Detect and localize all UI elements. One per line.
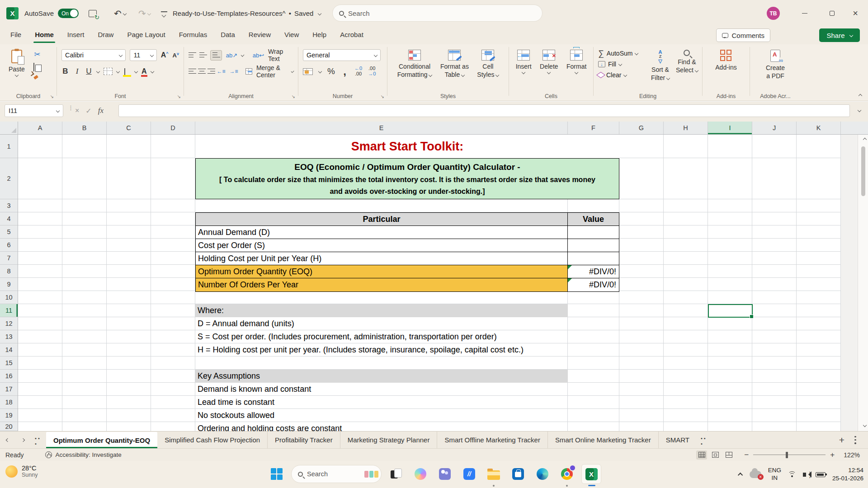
row-header-17[interactable]: 17: [0, 383, 18, 396]
row-header-8[interactable]: 8: [0, 265, 18, 278]
cell-eoq[interactable]: Optimum Order Quantity (EOQ): [196, 265, 568, 278]
merge-dropdown-icon[interactable]: [291, 70, 294, 73]
tab-data[interactable]: Data: [214, 27, 242, 44]
excel-taskbar-button[interactable]: X: [581, 464, 601, 484]
tab-view[interactable]: View: [278, 27, 306, 44]
clipboard-dialog-launcher-icon[interactable]: ↘: [50, 94, 54, 99]
format-cells-button[interactable]: Format: [563, 48, 590, 75]
italic-button[interactable]: I: [73, 67, 81, 76]
decrease-indent-icon[interactable]: ←≡: [217, 68, 225, 75]
increase-indent-icon[interactable]: →≡: [229, 68, 238, 75]
row-header-7[interactable]: 7: [0, 252, 18, 265]
fill-icon[interactable]: ↓: [598, 61, 605, 67]
select-all-corner[interactable]: [0, 122, 18, 135]
delete-cells-button[interactable]: × Delete: [537, 48, 561, 75]
formula-bar-splitter[interactable]: ⋮: [68, 107, 69, 115]
scrollbar-thumb[interactable]: [861, 146, 865, 196]
conditional-formatting-button[interactable]: ConditionalFormatting: [394, 48, 435, 80]
chrome-button[interactable]: [557, 464, 577, 484]
increase-font-icon[interactable]: A^: [161, 51, 169, 59]
copy-icon[interactable]: [33, 63, 41, 71]
undo-dropdown-icon[interactable]: [123, 11, 127, 15]
insert-cells-button[interactable]: ← Insert: [513, 48, 535, 75]
cell-where-line[interactable]: H = Holding cost per unit per year. (Inc…: [195, 343, 602, 357]
column-header-B[interactable]: B: [62, 122, 107, 134]
search-input[interactable]: Search: [332, 5, 542, 22]
language-switcher[interactable]: ENGIN: [768, 467, 781, 482]
number-dialog-launcher-icon[interactable]: ↘: [381, 94, 384, 99]
underline-dropdown-icon[interactable]: [96, 70, 100, 73]
file-explorer-button[interactable]: [484, 464, 504, 484]
redo-dropdown-icon[interactable]: [147, 11, 151, 15]
clear-label[interactable]: Clear: [606, 71, 621, 79]
weather-widget[interactable]: 28°C Sunny: [5, 465, 38, 478]
cell-holding-cost-value[interactable]: [568, 252, 619, 265]
row-header-5[interactable]: 5: [0, 225, 18, 239]
row-header-14[interactable]: 14: [0, 343, 18, 357]
sheet-tab[interactable]: SMART: [659, 432, 697, 448]
autosave-toggle[interactable]: On: [58, 0, 79, 27]
decrease-font-icon[interactable]: Av: [173, 52, 179, 59]
cell-eoq-value[interactable]: #DIV/0!: [568, 265, 619, 278]
column-header-E[interactable]: E: [195, 122, 568, 134]
title-dropdown-icon[interactable]: [318, 11, 321, 15]
edge-button[interactable]: [533, 464, 552, 484]
grid-body[interactable]: Smart Start Toolkit: EOQ (Economic / Opt…: [18, 135, 868, 431]
cell-holding-cost[interactable]: Holding Cost per Unit per Year (H): [196, 252, 568, 265]
start-button[interactable]: [267, 464, 287, 484]
pinned-app-button[interactable]: //: [459, 464, 479, 484]
column-header-K[interactable]: K: [797, 122, 841, 134]
sheet-tab[interactable]: Smart Offline Marketing Tracker: [437, 432, 547, 448]
save-icon[interactable]: [89, 0, 97, 27]
row-header-10[interactable]: 10: [0, 291, 18, 304]
font-name-select[interactable]: Calibri: [61, 49, 126, 61]
table-row[interactable]: Annual Demand (D): [196, 226, 619, 239]
cell-cost-per-order-value[interactable]: [568, 239, 619, 252]
header-value[interactable]: Value: [568, 213, 619, 225]
confirm-entry-icon[interactable]: ✓: [85, 107, 91, 115]
cell-assumption[interactable]: Ordering and holding costs are constant: [195, 422, 602, 431]
row-header-18[interactable]: 18: [0, 396, 18, 409]
sheet-tab[interactable]: Marketing Strategy Planner: [340, 432, 438, 448]
cell-assumptions-title[interactable]: Key Assumptions: [195, 370, 568, 383]
autosum-icon[interactable]: ∑: [598, 49, 604, 58]
column-header-I[interactable]: I: [708, 122, 752, 134]
header-particular[interactable]: Particular: [196, 213, 568, 225]
font-size-select[interactable]: 11: [130, 49, 156, 61]
cut-icon[interactable]: ✂: [33, 50, 41, 59]
cancel-entry-icon[interactable]: ×: [75, 107, 79, 115]
addins-button[interactable]: Add-ins: [712, 48, 740, 74]
column-header-F[interactable]: F: [568, 122, 619, 134]
align-left-icon[interactable]: [189, 69, 194, 75]
create-pdf-button[interactable]: Createa PDF: [763, 48, 788, 82]
column-header-C[interactable]: C: [107, 122, 151, 134]
scroll-down-icon[interactable]: [863, 423, 867, 427]
scroll-up-icon[interactable]: [863, 138, 867, 141]
volume-icon[interactable]: [803, 473, 806, 477]
formula-input[interactable]: [118, 104, 850, 117]
table-row[interactable]: Cost per Order (S): [196, 239, 619, 252]
sort-filter-button[interactable]: AZ▽ Sort &Filter: [648, 48, 673, 84]
sheet-tab[interactable]: Smart Online Marketing Tracker: [548, 432, 659, 448]
tab-help[interactable]: Help: [306, 27, 333, 44]
cell-annual-demand[interactable]: Annual Demand (D): [196, 226, 568, 239]
row-header-16[interactable]: 16: [0, 370, 18, 383]
name-box[interactable]: I11: [5, 104, 63, 117]
alignment-dialog-launcher-icon[interactable]: ↘: [292, 94, 295, 99]
comments-button[interactable]: Comments: [716, 28, 770, 42]
accessibility-status[interactable]: Accessibility: Investigate: [45, 451, 121, 458]
sheet-nav-more-icon[interactable]: [31, 432, 46, 448]
sheet-nav-left-icon[interactable]: [0, 432, 15, 448]
number-format-select[interactable]: General: [303, 49, 381, 61]
borders-dropdown-icon[interactable]: [116, 70, 120, 73]
zoom-level[interactable]: 122%: [844, 451, 860, 459]
share-dropdown-icon[interactable]: [849, 33, 853, 37]
align-middle-icon[interactable]: [199, 52, 206, 58]
sheet-tab-active[interactable]: Optimum Order Quantity-EOQ: [46, 432, 157, 448]
table-row-highlighted[interactable]: Number Of Orders Per Year #DIV/0!: [196, 278, 619, 291]
normal-view-icon[interactable]: [696, 450, 707, 460]
align-center-icon[interactable]: [198, 69, 203, 75]
tab-acrobat[interactable]: Acrobat: [333, 27, 370, 44]
wrap-text-label[interactable]: Wrap Text: [268, 48, 293, 62]
task-view-button[interactable]: [386, 464, 406, 484]
